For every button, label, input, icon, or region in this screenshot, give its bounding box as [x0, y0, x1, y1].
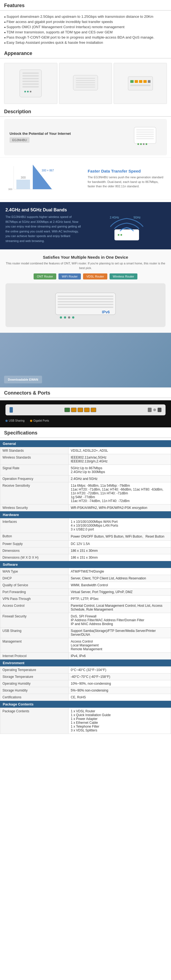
spec-value: WR-PSK/A/WPA2, WPA-PSK/WPA2-PSK encrypti… [68, 504, 171, 511]
table-row: CertificationsCE, RoHS [0, 694, 171, 701]
spec-label: Internet Protocol [0, 653, 68, 660]
svg-rect-19 [139, 80, 142, 83]
btn-wireless-router[interactable]: Wireless Router [109, 274, 138, 280]
spec-label: Port Forwarding [0, 589, 68, 595]
spec-value: Power ON/OFF Button, WPS Button, WiFi Bu… [68, 533, 171, 541]
table-row: WAN TypeATM/PTM/ETH/Dongle [0, 568, 171, 575]
connector-legend: USB Sharing Gigabit Ports [5, 418, 166, 423]
table-row: ButtonPower ON/OFF Button, WPS Button, W… [0, 533, 171, 541]
spec-label: Package Contents [0, 708, 68, 734]
spec-label: Dimensions [0, 547, 68, 554]
connectors-title: Connectors & Ports [0, 387, 171, 398]
svg-rect-18 [135, 80, 138, 83]
spec-label: Wireless Security [0, 504, 68, 511]
svg-rect-14 [76, 84, 95, 85]
spec-label: Storage Temperature [0, 673, 68, 680]
feature-item-5: Pass though T-CONT-GEM port to be in pro… [4, 35, 167, 40]
spec-value: ATM/PTM/ETH/Dongle [68, 568, 171, 575]
spec-label: Receive Sensitivity [0, 482, 68, 504]
table-row: Firewall SecurityDoS, SPI Firewall IP Ad… [0, 613, 171, 628]
lifestyle-label: Downloadable EWAN [4, 376, 42, 383]
table-row: Package Contents1 x VDSL Router 1 x Quic… [0, 708, 171, 734]
table-row: Quality of ServiceWMM, Bandwidth Control [0, 582, 171, 589]
svg-text:300: 300 [8, 188, 12, 191]
feature-item-3: Supports OMCI (ONT Management Control In… [4, 24, 167, 30]
table-row: Storage Temperature-40°C~70°C (-40°F~158… [0, 673, 171, 680]
usb-legend: USB Sharing [5, 419, 25, 422]
table-row: Dimensions (W X D X H)186 x 151 x 30mm [0, 554, 171, 561]
btn-wifi-router[interactable]: WiFi Router [59, 274, 81, 280]
svg-rect-50 [58, 307, 113, 308]
satisfies-title: Satisfies Your Multiple Needs in One Dev… [5, 255, 166, 259]
spec-value: Parental Control, Local Management Contr… [68, 602, 171, 613]
spec-label: Wifi Standards [0, 447, 68, 454]
table-row: ManagementAccess Control Local Managemen… [0, 638, 171, 653]
svg-rect-20 [143, 80, 147, 83]
btn-ont-router[interactable]: ONT Router [33, 274, 56, 280]
svg-rect-26 [136, 134, 154, 135]
svg-point-51 [60, 317, 62, 318]
hardware-category: Hardware [0, 511, 171, 518]
svg-point-9 [30, 91, 32, 92]
appearance-image-1 [4, 63, 57, 104]
power-port [158, 408, 162, 412]
spec-label: VPN Pass-Through [0, 595, 68, 602]
svg-rect-25 [136, 132, 154, 133]
feature-item-6: Easy Setup Assistant provides quick & ha… [4, 40, 167, 45]
btn-vdsl-router[interactable]: VDSL Router [83, 274, 107, 280]
lifestyle-image: Downloadable EWAN [0, 333, 171, 387]
table-row: Operating Temperature0°C~40°C (32°F~104°… [0, 667, 171, 673]
svg-point-31 [143, 143, 144, 145]
spec-value: 186 x 151 x 30mm [68, 547, 171, 554]
svg-point-7 [24, 91, 26, 92]
spec-label: Signal Rate [0, 465, 68, 476]
svg-point-54 [72, 317, 74, 318]
svg-rect-12 [76, 80, 95, 81]
spec-label: Management [0, 638, 68, 653]
spec-label: Dimensions (W X D X H) [0, 554, 68, 561]
spec-label: Certifications [0, 694, 68, 701]
appearance-image-3 [114, 63, 167, 104]
usb-port [10, 407, 13, 413]
spec-label: Firewall Security [0, 613, 68, 628]
desc-block-3: 2.4GHz and 5GHz Dual Bands The EG3NHBU s… [0, 202, 171, 250]
table-row: Interfaces1 x 10/100/1000Mbps WAN Port 4… [0, 519, 171, 533]
general-section: General Wifi StandardsVDSL2, ADSL2/2+, A… [0, 440, 171, 511]
svg-rect-28 [136, 138, 154, 139]
spec-label: Interfaces [0, 519, 68, 533]
table-row: Operation Frequency2.4GHz and 5GHz [0, 476, 171, 482]
appearance-image-2 [59, 63, 112, 104]
svg-text:300: 300 [21, 176, 26, 179]
spec-label: Operation Frequency [0, 476, 68, 482]
svg-rect-4 [22, 81, 39, 82]
spec-value: CE, RoHS [68, 694, 171, 701]
ports-bar [5, 404, 166, 415]
svg-point-8 [27, 91, 28, 92]
svg-text:300 × 867: 300 × 867 [42, 169, 54, 172]
package-table: Package Contents1 x VDSL Router 1 x Quic… [0, 708, 171, 734]
ports-middle [65, 408, 96, 412]
software-section: Software WAN TypeATM/PTM/ETH/DongleDHCPS… [0, 561, 171, 660]
svg-rect-3 [22, 78, 39, 79]
spec-label: Operating Temperature [0, 667, 68, 673]
table-row: USB SharingSupport Samba(Storage)/FTP Se… [0, 628, 171, 638]
spec-value: 1 x 10/100/1000Mbps WAN Port 4 x 10/100/… [68, 519, 171, 533]
environment-section: Environment Operating Temperature0°C~40°… [0, 660, 171, 701]
svg-rect-2 [22, 75, 39, 76]
svg-rect-48 [58, 301, 113, 302]
svg-text:IPv6: IPv6 [102, 310, 110, 314]
desc-block-2: 300 300 × 867 300 Faster Data Transfer S… [0, 158, 171, 200]
table-row: Internet ProtocolIPv4, IPv6 [0, 653, 171, 660]
faster-desc: The EG3NHBU series push the new generati… [88, 175, 166, 189]
svg-rect-47 [58, 298, 113, 300]
spec-label: USB Sharing [0, 628, 68, 638]
desc-block-1: Unlock the Potential of Your Internet EG… [4, 119, 167, 155]
svg-point-42 [120, 234, 122, 236]
appearance-grid [0, 61, 171, 106]
table-row: Signal Rate5GHz:Up to 867Mbps 2.4GHz:Up … [0, 465, 171, 476]
svg-rect-24 [136, 129, 154, 130]
environment-table: Operating Temperature0°C~40°C (32°F~104°… [0, 667, 171, 701]
usb-port-group [10, 407, 13, 413]
svg-rect-15 [76, 87, 95, 88]
lan-port-2 [78, 408, 83, 412]
